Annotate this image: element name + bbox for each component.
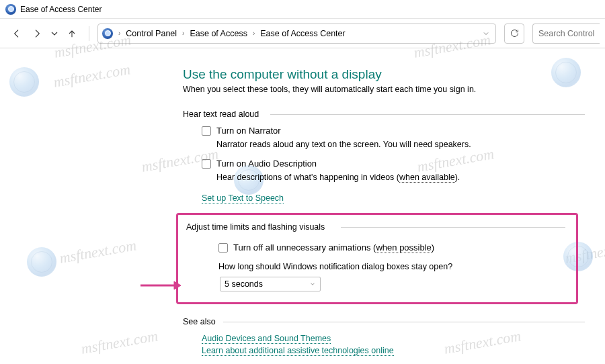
window-titlebar: Ease of Access Center — [0, 0, 605, 19]
address-dropdown-button[interactable] — [482, 30, 490, 38]
control-panel-icon — [5, 4, 16, 15]
option-turn-on-audio-description: Turn on Audio Description — [202, 158, 585, 169]
group-divider — [270, 114, 585, 115]
group-divider — [341, 227, 565, 228]
breadcrumb-ease-of-access-center[interactable]: Ease of Access Center — [260, 29, 345, 38]
notification-duration-value: 5 seconds — [225, 279, 263, 289]
chevron-right-icon: › — [118, 30, 120, 37]
option-turn-on-narrator: Turn on Narrator — [202, 126, 585, 136]
back-button[interactable] — [8, 24, 26, 43]
breadcrumb-control-panel[interactable]: Control Panel — [126, 29, 177, 38]
audio-description-checkbox[interactable] — [202, 159, 211, 169]
audio-desc-text-post: ). — [455, 173, 460, 182]
audio-description-label: Turn on Audio Description — [216, 158, 317, 169]
svg-marker-1 — [174, 281, 181, 289]
narrator-description: Narrator reads aloud any text on the scr… — [216, 140, 585, 149]
search-box[interactable] — [532, 24, 600, 44]
group-adjust-time-limits: Adjust time limits and flashing visuals … — [186, 222, 565, 291]
highlighted-group-visuals: Adjust time limits and flashing visuals … — [176, 213, 578, 304]
refresh-button[interactable] — [504, 24, 524, 44]
group-legend: Adjust time limits and flashing visuals — [186, 222, 329, 232]
audio-desc-text-pre: Hear descriptions of what's happening in… — [216, 173, 399, 182]
group-legend: Hear text read aloud — [183, 109, 263, 119]
up-button[interactable] — [63, 24, 81, 43]
group-divider — [223, 322, 585, 322]
control-panel-icon — [102, 28, 113, 39]
toolbar-separator — [89, 26, 89, 41]
notification-duration-label: How long should Windows notification dia… — [218, 262, 565, 271]
option-turn-off-animations: Turn off all unnecessary animations (whe… — [218, 242, 565, 253]
group-legend: See also — [183, 317, 220, 326]
setup-text-to-speech-link[interactable]: Set up Text to Speech — [202, 193, 284, 203]
chevron-down-icon — [309, 281, 316, 287]
window-title: Ease of Access Center — [20, 5, 102, 14]
anim-label-dotted: when possible — [376, 242, 431, 253]
chevron-right-icon: › — [253, 30, 255, 37]
audio-description-desc: Hear descriptions of what's happening in… — [216, 173, 585, 182]
toolbar: › Control Panel › Ease of Access › Ease … — [0, 19, 605, 48]
breadcrumb-ease-of-access[interactable]: Ease of Access — [190, 29, 247, 38]
search-input[interactable] — [538, 29, 594, 38]
annotation-arrow-icon — [140, 281, 181, 290]
page-heading: Use the computer without a display — [183, 67, 585, 82]
page-content: Use the computer without a display When … — [0, 48, 605, 357]
forward-button[interactable] — [28, 24, 46, 43]
notification-duration-select[interactable]: 5 seconds — [220, 277, 321, 291]
anim-label-pre: Turn off all unnecessary animations ( — [233, 242, 376, 253]
address-bar[interactable]: › Control Panel › Ease of Access › Ease … — [97, 24, 496, 44]
narrator-checkbox[interactable] — [202, 126, 211, 136]
narrator-label: Turn on Narrator — [216, 126, 281, 136]
chevron-right-icon: › — [182, 30, 184, 37]
group-hear-text-read-aloud: Hear text read aloud Turn on Narrator Na… — [183, 109, 585, 203]
page-subheading: When you select these tools, they will a… — [183, 85, 585, 94]
audio-desc-text-dotted: when available — [399, 173, 455, 183]
turn-off-animations-label: Turn off all unnecessary animations (whe… — [233, 242, 434, 253]
anim-label-post: ) — [432, 242, 434, 253]
group-see-also: See also Audio Devices and Sound Themes … — [183, 316, 585, 357]
link-assistive-tech[interactable]: Learn about additional assistive technol… — [202, 346, 394, 356]
link-audio-devices[interactable]: Audio Devices and Sound Themes — [202, 334, 331, 344]
recent-locations-button[interactable] — [48, 24, 61, 43]
turn-off-animations-checkbox[interactable] — [218, 243, 228, 253]
